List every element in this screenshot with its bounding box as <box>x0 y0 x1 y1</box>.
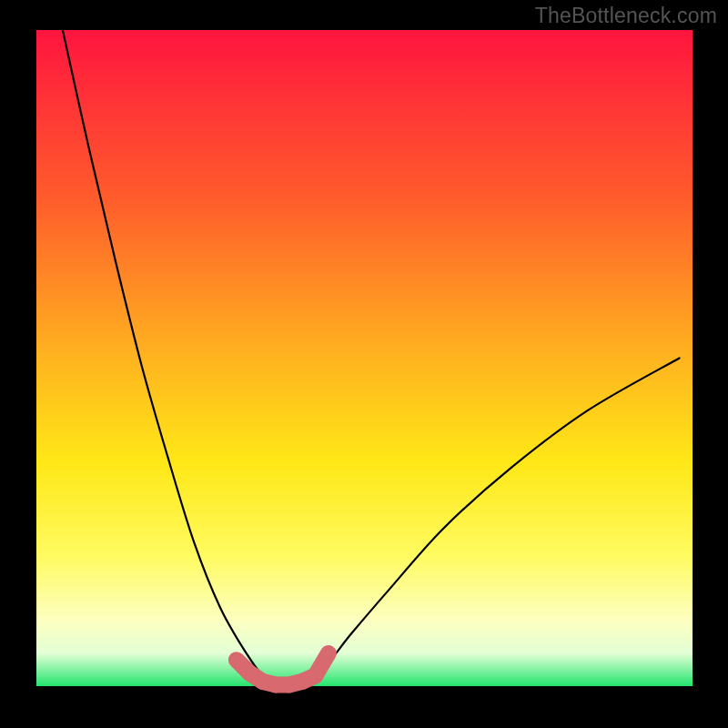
plot-background <box>36 30 693 686</box>
marker-dot <box>230 653 243 666</box>
marker-dot <box>307 667 323 683</box>
bottleneck-chart <box>0 0 728 728</box>
watermark-text: TheBottleneck.com <box>535 4 717 28</box>
chart-frame: TheBottleneck.com <box>0 0 728 728</box>
marker-dot <box>324 649 333 658</box>
